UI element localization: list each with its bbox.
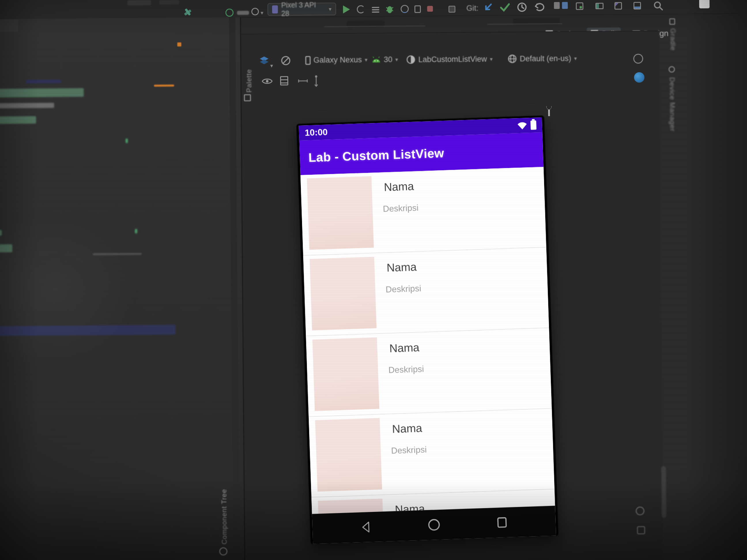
app-bar-title: Lab - Custom ListView: [308, 146, 444, 164]
code-editor-pane[interactable]: [0, 17, 244, 560]
window-tab-shape: [159, 0, 179, 5]
sidebar-item-component-tree[interactable]: Component Tree: [220, 484, 229, 544]
item-description: Deskripsi: [388, 364, 424, 375]
wifi-icon: [517, 121, 527, 130]
item-image-placeholder: [315, 418, 382, 491]
device-selector-label: Galaxy Nexus: [313, 55, 362, 64]
list-item[interactable]: Nama Deskripsi: [303, 247, 549, 337]
wrench-icon[interactable]: [545, 105, 553, 118]
sidebar-item-palette[interactable]: Palette: [245, 58, 253, 92]
git-label: Git:: [466, 4, 479, 13]
issues-panel-icon[interactable]: [633, 54, 643, 64]
code-line-blurred: [0, 103, 54, 109]
design-surface-icon[interactable]: [259, 56, 269, 65]
build-hammer-icon[interactable]: [183, 7, 192, 17]
chevron-down-icon: ▾: [260, 10, 263, 16]
chevron-down-icon: ▾: [395, 57, 398, 62]
device-manager-window-icon[interactable]: [634, 2, 641, 9]
item-image-placeholder: [307, 176, 374, 250]
nav-back-icon: [360, 521, 371, 533]
list-view[interactable]: Nama Deskripsi Nama Deskripsi Nama Deskr…: [300, 167, 555, 514]
list-item[interactable]: Nama Deskripsi: [306, 328, 552, 417]
battery-icon: [530, 121, 536, 130]
layout-window-icon[interactable]: [448, 6, 455, 13]
git-history-icon[interactable]: [516, 2, 527, 13]
globe-icon: [508, 54, 517, 63]
run-config-label: Pixel 3 API 28: [281, 1, 325, 18]
code-line-blurred: [0, 116, 36, 124]
run-button[interactable]: [342, 5, 351, 14]
module-selector[interactable]: [237, 11, 249, 15]
gradle-icon: [669, 19, 675, 25]
theme-selector-label: LabCustomListView: [418, 54, 487, 64]
editor-selection-band: [0, 325, 176, 336]
run-configuration-select[interactable]: Pixel 3 API 28 ▾: [267, 3, 336, 16]
theme-icon: [406, 55, 415, 64]
git-rollback-icon[interactable]: [534, 1, 545, 12]
status-time: 10:00: [305, 127, 328, 138]
run-tasks-icon[interactable]: [372, 6, 379, 14]
api-level-selector[interactable]: 30 ▾: [371, 55, 398, 64]
sidebar-item-gradle[interactable]: Gradle: [669, 28, 677, 60]
code-selection-fragment: [26, 80, 61, 83]
git-diff-icon[interactable]: [554, 2, 568, 10]
code-line-blurred: [93, 253, 142, 255]
code-mark: [135, 229, 137, 233]
item-description: Deskripsi: [391, 445, 427, 456]
tool-stripe-shape: [662, 466, 666, 518]
locale-selector[interactable]: Default (en-us) ▾: [508, 54, 577, 63]
git-update-icon[interactable]: [484, 3, 493, 12]
search-icon[interactable]: [653, 1, 664, 11]
orientation-list-icon[interactable]: [280, 76, 288, 85]
item-name: Nama: [384, 180, 414, 194]
list-item[interactable]: Nama Deskripsi: [309, 409, 555, 498]
logcat-window-icon[interactable]: [595, 3, 603, 9]
code-line-blurred: [0, 244, 12, 252]
item-description: Deskripsi: [386, 284, 421, 294]
theme-selector[interactable]: LabCustomListView ▾: [406, 54, 492, 64]
phone-icon: [305, 56, 310, 64]
debug-bug-icon[interactable]: [386, 4, 394, 14]
sync-icon[interactable]: [225, 9, 233, 17]
locale-selector-label: Default (en-us): [520, 54, 571, 63]
phone-preview[interactable]: 10:00 Lab - Custom ListView Nama Deskrip…: [297, 116, 558, 544]
sidebar-item-device-manager[interactable]: Device Manager: [668, 77, 677, 135]
api-level-label: 30: [384, 55, 392, 64]
chevron-down-icon: ▾: [329, 6, 332, 12]
color-mode-icon[interactable]: [280, 55, 291, 66]
code-line-blurred: [0, 230, 2, 236]
profiler-icon[interactable]: [401, 5, 409, 13]
horizontal-constraint-icon[interactable]: [298, 79, 308, 83]
window-tab-shape: [127, 0, 151, 5]
profile-avatar[interactable]: [699, 0, 710, 8]
vertical-constraint-icon[interactable]: [314, 75, 318, 87]
item-image-placeholder: [310, 257, 377, 330]
nav-home-icon: [427, 518, 441, 532]
git-commit-icon[interactable]: [500, 2, 510, 12]
item-image-placeholder: [312, 337, 379, 411]
palette-icon: [244, 94, 251, 101]
chevron-down-icon: ▾: [490, 56, 493, 62]
nav-recents-icon: [496, 516, 508, 529]
chevron-down-icon: ▾: [270, 63, 273, 69]
chevron-down-icon: ▾: [365, 57, 368, 62]
editor-tab-shape: [0, 20, 18, 32]
bottom-right-icon[interactable]: [637, 526, 645, 534]
gear-icon[interactable]: [251, 8, 259, 15]
device-selector[interactable]: Galaxy Nexus ▾: [305, 55, 367, 65]
attach-debugger-icon[interactable]: [414, 5, 421, 13]
tool-window-icon[interactable]: [576, 2, 583, 10]
emulator-window-icon[interactable]: [614, 2, 622, 9]
render-info-icon[interactable]: [634, 72, 644, 83]
stop-button[interactable]: [427, 6, 433, 11]
list-item[interactable]: Nama Deskripsi: [300, 167, 546, 256]
android-studio-window: ▾ Pixel 3 API 28 ▾ Git:: [0, 0, 747, 560]
bottom-right-icon[interactable]: [636, 507, 644, 515]
item-name: Nama: [386, 260, 417, 274]
editor-scrollbar[interactable]: [229, 17, 239, 560]
warning-stripe: [154, 84, 174, 87]
restart-activity-button[interactable]: [357, 5, 365, 13]
view-options-eye-icon[interactable]: [262, 78, 273, 85]
item-description: Deskripsi: [383, 203, 418, 214]
warning-marker[interactable]: [177, 42, 181, 46]
